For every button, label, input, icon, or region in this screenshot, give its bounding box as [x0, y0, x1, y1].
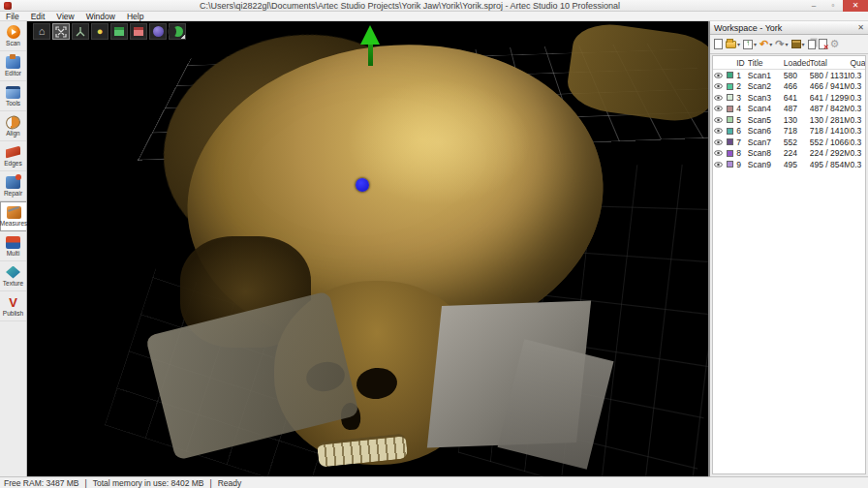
export-button[interactable]: ▾ [790, 37, 806, 52]
table-row[interactable]: 9 Scan9 495 495 / 854Mb 0.3 [713, 159, 865, 170]
lighting-button[interactable]: ● [91, 23, 108, 40]
sidebar-item-label: Tools [6, 100, 20, 107]
menu-window[interactable]: Window [86, 12, 115, 21]
scan-color-swatch[interactable] [725, 161, 737, 168]
menu-view[interactable]: View [56, 12, 74, 21]
table-row[interactable]: 2 Scan2 466 466 / 941Mb 0.3 [713, 81, 865, 93]
scan-title[interactable]: Scan8 [748, 148, 784, 158]
header-title[interactable]: Title [748, 58, 784, 68]
dropdown-arrow-icon[interactable]: ▾ [737, 41, 740, 47]
blue-point-marker[interactable] [356, 178, 369, 192]
scan-title[interactable]: Scan6 [748, 126, 784, 136]
scan-color-swatch[interactable] [725, 138, 737, 145]
minimize-button[interactable]: – [804, 0, 823, 12]
sidebar-item-editor[interactable]: Editor [0, 51, 26, 81]
sidebar-item-texture[interactable]: Texture [0, 261, 26, 291]
scan-quality: 0.3 [850, 148, 865, 158]
scan-title[interactable]: Scan1 [748, 71, 784, 80]
menu-edit[interactable]: Edit [31, 12, 46, 21]
scan-title[interactable]: Scan4 [748, 104, 784, 113]
window-title: C:\Users\qi2822gl\Documents\Artec Studio… [16, 1, 804, 11]
copy-scan-button[interactable] [807, 37, 817, 52]
visibility-eye-icon[interactable] [713, 117, 725, 123]
scan-title[interactable]: Scan2 [748, 81, 784, 91]
header-id[interactable]: ID [736, 58, 748, 68]
scan-loaded: 552 [784, 137, 810, 147]
visibility-eye-icon[interactable] [713, 95, 725, 101]
scan-id: 6 [736, 126, 748, 136]
sidebar-item-multi[interactable]: Multi [0, 231, 26, 261]
undo-button[interactable]: ↶▾ [759, 37, 773, 52]
visibility-eye-icon[interactable] [713, 83, 725, 89]
scan-id: 8 [736, 148, 748, 158]
home-view-button[interactable]: ⌂ [33, 23, 50, 40]
scan-title[interactable]: Scan9 [748, 160, 784, 169]
sidebar-item-align[interactable]: Align [0, 111, 26, 141]
scan-title[interactable]: Scan3 [748, 93, 784, 103]
maximize-button[interactable]: ▫ [823, 0, 843, 12]
dropdown-arrow-icon[interactable]: ▾ [802, 41, 805, 47]
dropdown-arrow-icon[interactable]: ▾ [769, 41, 772, 47]
sidebar-item-label: Align [6, 130, 19, 137]
sidebar-item-scan[interactable]: Scan [0, 21, 26, 51]
repair-icon [6, 176, 20, 189]
settings-button[interactable]: ⚙ [829, 37, 841, 52]
dropdown-arrow-icon[interactable]: ▾ [785, 41, 788, 47]
redo-button[interactable]: ↷▾ [774, 37, 789, 52]
scan-color-swatch[interactable] [725, 94, 737, 101]
sidebar-item-repair[interactable]: Repair [0, 171, 26, 201]
header-total[interactable]: Total [810, 58, 851, 68]
import-scan-button[interactable] [713, 37, 724, 52]
left-sidebar: Scan Editor Tools Align Edges Repair Mea… [0, 21, 27, 476]
sidebar-item-measures[interactable]: Measures [0, 201, 26, 231]
scan-quality: 0.3 [850, 81, 865, 91]
save-project-button[interactable]: ▾ [742, 37, 758, 52]
scan-color-swatch[interactable] [725, 150, 737, 157]
sidebar-item-tools[interactable]: Tools [0, 81, 26, 111]
scan-color-swatch[interactable] [725, 72, 737, 78]
header-loaded[interactable]: Loaded [784, 58, 810, 68]
panel-close-icon[interactable]: ✕ [857, 23, 864, 32]
table-row[interactable]: 3 Scan3 641 641 / 1299Mb 0.3 [713, 92, 865, 104]
dropdown-arrow-icon[interactable]: ▾ [754, 41, 757, 47]
scan-color-swatch[interactable] [725, 116, 737, 123]
menu-file[interactable]: File [6, 12, 19, 21]
fit-view-button[interactable] [52, 23, 70, 40]
visibility-eye-icon[interactable] [713, 150, 725, 156]
dropdown-corner [181, 35, 185, 39]
table-row[interactable]: 4 Scan4 487 487 / 842Mb 0.3 [713, 104, 865, 115]
scan-color-swatch[interactable] [725, 128, 737, 135]
delete-scan-button[interactable] [818, 37, 828, 52]
table-row[interactable]: 6 Scan6 718 718 / 1410Mb 0.3 [713, 126, 865, 137]
free-ram-status: Free RAM: 3487 MB [4, 478, 78, 488]
visibility-eye-icon[interactable] [713, 73, 725, 78]
open-project-button[interactable]: ▾ [725, 37, 741, 52]
visibility-eye-icon[interactable] [713, 128, 725, 134]
shade-mode-button[interactable] [169, 23, 186, 40]
visibility-eye-icon[interactable] [713, 139, 725, 145]
workspace-panel-header[interactable]: Workspace - York ✕ [710, 21, 868, 35]
sidebar-item-edges[interactable]: Edges [0, 141, 26, 171]
scan-color-swatch[interactable] [725, 83, 737, 90]
3d-viewport[interactable]: ⌂ ● [27, 21, 708, 476]
scan-title[interactable]: Scan5 [748, 115, 784, 125]
table-row[interactable]: 7 Scan7 552 552 / 1066Mb 0.3 [713, 137, 865, 148]
surface-red-button[interactable] [130, 23, 147, 40]
surface-green-button[interactable] [110, 23, 128, 40]
axes-button[interactable] [72, 23, 89, 40]
title-bar: C:\Users\qi2822gl\Documents\Artec Studio… [0, 0, 868, 12]
scan-title[interactable]: Scan7 [748, 137, 784, 147]
sidebar-item-publish[interactable]: V Publish [0, 291, 26, 321]
header-quality[interactable]: Quality [850, 58, 865, 68]
table-row[interactable]: 8 Scan8 224 224 / 292Mb 0.3 [713, 148, 865, 160]
visibility-eye-icon[interactable] [713, 162, 725, 168]
menu-help[interactable]: Help [127, 12, 143, 21]
scan-total: 487 / 842Mb [810, 104, 851, 113]
visibility-eye-icon[interactable] [713, 106, 725, 111]
table-row[interactable]: 1 Scan1 580 580 / 1131Mb 0.3 [713, 70, 865, 81]
sphere-render-button[interactable] [149, 23, 167, 40]
scan-color-swatch[interactable] [725, 106, 737, 112]
measures-icon [7, 206, 21, 219]
table-row[interactable]: 5 Scan5 130 130 / 281Mb 0.3 [713, 114, 865, 126]
close-button[interactable]: ✕ [843, 0, 868, 12]
